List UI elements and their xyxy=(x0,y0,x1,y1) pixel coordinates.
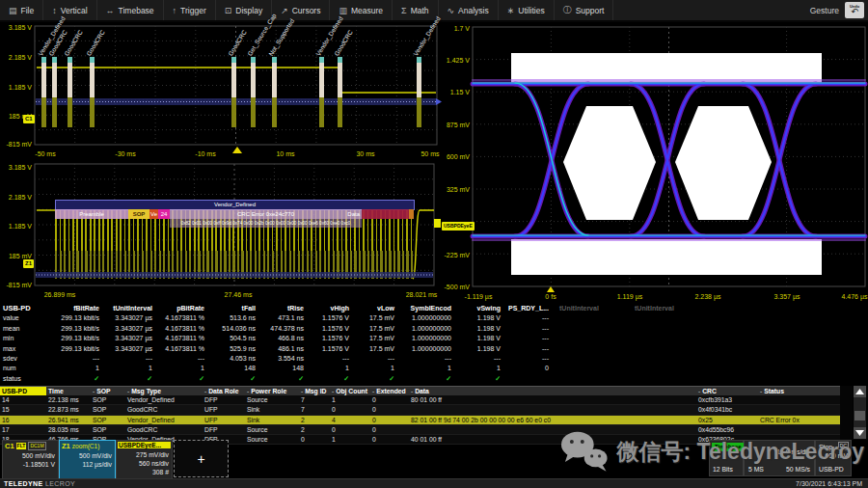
measure-column-header[interactable]: PS_RDY_L... xyxy=(503,304,552,313)
decode-id[interactable]: 24 xyxy=(158,209,170,219)
oscilloscope-app: ▤File↕Vertical↔Timebase↑Trigger⊡Display↗… xyxy=(0,0,868,488)
measure-cell: 466.8 ns xyxy=(258,334,307,343)
protocol-column-header[interactable]: Obj Count xyxy=(330,387,370,396)
scroll-down-button[interactable] xyxy=(854,427,866,439)
protocol-row-15[interactable]: 1522.873 msSOPGoodCRCUFPSink7000x4f0341b… xyxy=(0,405,840,415)
undo-button[interactable]: Undo ↶ xyxy=(845,2,864,18)
measure-cell: 0 xyxy=(503,364,552,373)
protocol-table[interactable]: USB-PDTimeSOPMsg TypeData RolePower Role… xyxy=(0,386,868,440)
protocol-cell-obj: 0 xyxy=(330,424,370,434)
math-icon: Σ xyxy=(401,6,407,15)
menu-item-trigger[interactable]: ↑Trigger xyxy=(164,0,216,20)
trigger-time-marker[interactable] xyxy=(232,147,242,153)
eye-label: USBPDEyeE... xyxy=(119,442,161,448)
menu-item-display[interactable]: ⊡Display xyxy=(216,0,272,20)
menu-item-timebase[interactable]: ↔Timebase xyxy=(97,0,164,20)
eye-tdiv: 560 ns/div xyxy=(136,459,169,468)
protocol-column-header[interactable]: Extended xyxy=(370,387,409,396)
measure-cell xyxy=(552,374,627,384)
decode-sop[interactable]: SOP xyxy=(128,209,149,219)
protocol-cell-data_role: DFP xyxy=(203,424,245,434)
protocol-row-16[interactable]: 1626.941 msSOPVendor_DefinedUFPSink24082… xyxy=(0,415,840,424)
measurement-table[interactable]: USB-PDfBitRatetUnitIntervalpBitRatetFall… xyxy=(0,304,868,385)
measure-cell: 4.1673811 % xyxy=(155,324,207,334)
c1-level-badge[interactable]: C1 xyxy=(23,115,35,123)
pd-packet-burst xyxy=(231,57,236,127)
protocol-cell-obj: 0 xyxy=(330,405,370,415)
y-axis-label: -225 mV xyxy=(445,252,471,258)
menu-item-math[interactable]: ΣMath xyxy=(393,0,438,20)
decode-preamble[interactable]: Preamble xyxy=(55,209,128,219)
main-waveform-panel[interactable]: 3.185 V 2.185 V 1.185 V 185 mV -815 mV -… xyxy=(0,21,442,159)
protocol-column-header[interactable]: Msg Type xyxy=(125,387,203,396)
c1-filter-badge: FLT xyxy=(16,443,27,449)
brand-lecroy: LECROY xyxy=(45,480,75,487)
protocol-column-header[interactable]: SOP xyxy=(91,387,125,396)
eye-descriptor-box[interactable]: USBPDEyeE... 275 mV/div 560 ns/div 308 # xyxy=(116,440,173,480)
z1-descriptor-box[interactable]: Z1 zoom(C1) 500 mV/div 112 µs/div xyxy=(59,440,116,480)
protocol-row-17[interactable]: 1728.035 msSOPGoodCRCDFPSource2000x4d55b… xyxy=(0,424,840,434)
protocol-column-header[interactable]: Msg ID xyxy=(299,387,330,396)
measure-column-header[interactable]: pBitRate xyxy=(155,304,207,313)
eye-diagram-panel[interactable]: 1.7 V 1.425 V 1.15 V 875 mV 600 mV 325 m… xyxy=(442,21,868,302)
protocol-cell-time: 28.035 ms xyxy=(46,424,91,434)
measure-column-header[interactable]: SymblEncod xyxy=(397,304,454,313)
status-check-icon: ✓ xyxy=(250,375,256,382)
measure-cell xyxy=(552,334,627,343)
timebase-rate: 50 MS/s xyxy=(786,466,810,473)
measure-column-header[interactable]: vLow xyxy=(352,304,397,313)
menu-item-file[interactable]: ▤File xyxy=(0,0,43,20)
protocol-column-header[interactable]: Time xyxy=(46,387,91,396)
protocol-cell-idx: 17 xyxy=(0,424,46,434)
measure-cell: --- xyxy=(503,313,552,323)
measure-column-header[interactable]: vHigh xyxy=(307,304,352,313)
protocol-column-header[interactable]: Power Role xyxy=(245,387,299,396)
eye-trace-badge[interactable]: USBPDEyeE xyxy=(442,222,475,230)
decode-ve[interactable]: Ve xyxy=(149,209,158,219)
support-icon: ⓘ xyxy=(563,4,572,16)
eye-count: 308 # xyxy=(136,468,169,476)
file-icon: ▤ xyxy=(9,6,17,15)
menu-item-utilities[interactable]: ∗Utilities xyxy=(499,0,555,20)
measure-column-header[interactable]: tUnitInterval xyxy=(102,304,155,313)
protocol-cell-msg: Vendor_Defined xyxy=(125,415,203,424)
scrollbar-thumb[interactable] xyxy=(854,411,865,420)
x-axis-label: 0 fs xyxy=(545,293,556,300)
menu-item-vertical[interactable]: ↕Vertical xyxy=(43,0,96,20)
trigger-box[interactable]: Stop 600 mV USB-PD DC xyxy=(815,440,852,476)
datetime-display: 7/30/2021 6:43:13 PM xyxy=(796,480,862,487)
menu-item-analysis[interactable]: ∿Analysis xyxy=(439,0,499,20)
timebase-samples: 5 MS xyxy=(748,466,764,473)
protocol-row-14[interactable]: 1422.138 msSOPVendor_DefinedDFPSource710… xyxy=(0,395,840,405)
protocol-column-header[interactable]: Data Role xyxy=(203,387,245,396)
decode-hex-data[interactable]: 0x82 0x01 0x00 0xff 0x9d 0x74 0x00 0x2b … xyxy=(170,219,362,228)
zoom-waveform-panel[interactable]: 3.185 V 2.185 V 1.185 V 185 mV -815 mV 2… xyxy=(0,159,442,304)
protocol-column-header[interactable]: Data xyxy=(409,387,696,396)
menu-item-cursors[interactable]: ↗Cursors xyxy=(272,0,330,20)
menu-item-support[interactable]: ⓘSupport xyxy=(555,0,614,20)
timebase-box[interactable]: Timebase 12 Bits xyxy=(709,440,744,476)
timebase-detail-box[interactable]: 10.0 ms/div 5 MS 50 MS/s xyxy=(744,440,815,476)
protocol-column-header[interactable]: Status xyxy=(758,387,840,396)
y-axis-label: -815 mV xyxy=(7,282,33,288)
z1-level-badge[interactable]: Z1 xyxy=(23,259,34,268)
menu-item-label: Math xyxy=(411,6,429,15)
measure-cell: 1.198 V xyxy=(454,313,503,323)
decode-crc-error[interactable]: CRC Error 0xe24c770 Data xyxy=(170,209,362,219)
trigger-source: USB-PD xyxy=(819,466,844,473)
protocol-scrollbar[interactable] xyxy=(853,386,866,439)
measure-column-header[interactable]: fBitRate xyxy=(39,304,102,313)
protocol-cell-status xyxy=(758,424,840,434)
scroll-up-button[interactable] xyxy=(854,386,866,397)
menu-item-label: Support xyxy=(576,6,605,15)
c1-descriptor-box[interactable]: C1 FLT DC1M 500 mV/div -1.18501 V xyxy=(2,440,59,480)
measure-cell: 504.5 ns xyxy=(207,334,258,343)
add-trace-button[interactable]: + xyxy=(174,440,229,477)
protocol-column-header[interactable]: CRC xyxy=(696,387,758,396)
protocol-column-header[interactable]: USB-PD xyxy=(0,387,46,396)
measure-column-header[interactable]: tFall xyxy=(207,304,258,313)
measure-column-header[interactable]: tUnitInterval xyxy=(552,304,627,313)
measure-column-header[interactable]: tRise xyxy=(258,304,307,313)
measure-column-header[interactable]: vSwing xyxy=(454,304,503,313)
measure-column-header[interactable]: tUnitInterval xyxy=(627,304,702,313)
